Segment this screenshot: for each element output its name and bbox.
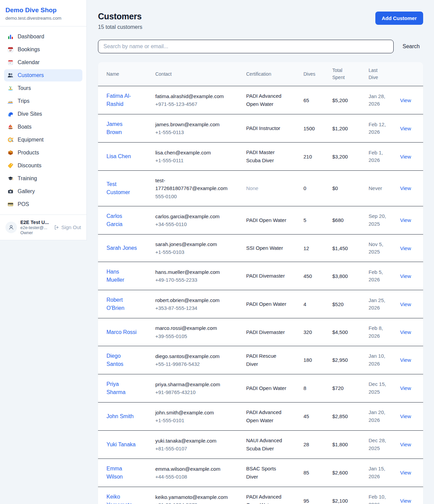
sidebar-item-tours[interactable]: Tours [4,82,82,94]
avatar [5,222,17,233]
view-customer-link[interactable]: View [400,185,411,191]
customer-certification: NAUI Advanced Scuba Diver [238,430,295,459]
customer-phone: +1-555-0111 [155,156,233,164]
customer-name-link[interactable]: Lisa Chen [106,152,131,161]
sidebar-item-calendar[interactable]: Calendar [4,56,82,69]
brand-name[interactable]: Demo Dive Shop [5,6,81,14]
add-customer-button[interactable]: Add Customer [375,12,423,25]
page-subtitle: 15 total customers [98,24,142,30]
sidebar-item-label: Dashboard [18,34,44,40]
view-customer-link[interactable]: View [400,385,411,391]
customer-name-link[interactable]: Test Customer [106,180,138,197]
sidebar-item-customers[interactable]: Customers [4,69,82,81]
view-customer-link[interactable]: View [400,154,411,160]
customer-certification: PADI Open Water [238,374,295,402]
sidebar-item-bookings[interactable]: 17Bookings [4,43,82,56]
customer-email: james.brown@example.com [155,120,233,128]
search-button[interactable]: Search [399,43,423,50]
sidebar-item-equipment[interactable]: Equipment [4,134,82,146]
customer-name-link[interactable]: Keiko Yamamoto [106,493,138,504]
customer-name-link[interactable]: Hans Mueller [106,268,138,284]
sidebar-item-dashboard[interactable]: Dashboard [4,31,82,43]
customer-name-link[interactable]: Marco Rossi [106,328,137,336]
view-customer-link[interactable]: View [400,470,411,475]
view-customer-link[interactable]: View [400,442,411,447]
view-customer-link[interactable]: View [400,413,411,419]
view-customer-link[interactable]: View [400,498,411,504]
search-input[interactable] [98,40,394,53]
customer-dives: 320 [295,318,324,346]
table-row: Hans Muellerhans.mueller@example.com+49-… [98,262,423,290]
customer-last-dive: Feb 12, 2026 [360,114,392,143]
customer-total-spent: $1,800 [324,430,360,459]
sign-out-button[interactable]: Sign Out [54,224,81,230]
view-customer-link[interactable]: View [400,301,411,307]
customer-email: keiko.yamamoto@example.com [155,493,233,501]
customer-email: yuki.tanaka@example.com [155,437,233,445]
table-row: Keiko Yamamotokeiko.yamamoto@example.com… [98,487,423,504]
sidebar-item-label: Products [18,150,39,156]
customer-total-spent: $720 [324,374,360,402]
customer-dives: 65 [295,86,324,114]
graduation-cap-icon [7,175,14,182]
customer-email: hans.mueller@example.com [155,268,233,276]
customer-name-link[interactable]: John Smith [106,412,134,421]
sidebar-item-discounts[interactable]: Discounts [4,160,82,172]
column-header-dives: Dives [295,62,324,86]
customer-name-link[interactable]: Yuki Tanaka [106,441,136,449]
view-customer-link[interactable]: View [400,245,411,251]
customer-dives: 12 [295,234,324,262]
customer-total-spent: $2,600 [324,459,360,487]
sidebar-item-products[interactable]: Products [4,147,82,159]
customer-phone: +1-555-0113 [155,128,233,136]
column-header-certification: Certification [238,62,295,86]
customer-total-spent: $2,850 [324,402,360,430]
customer-certification: PADI Advanced Open Water [238,86,295,114]
customer-name-link[interactable]: Priya Sharma [106,380,138,396]
sidebar-item-label: Training [18,175,37,182]
customer-last-dive: Feb 10, 2026 [360,487,392,504]
customer-phone: +49-170-555-2233 [155,276,233,284]
table-row: Yuki Tanakayuki.tanaka@example.com+81-55… [98,430,423,459]
view-customer-link[interactable]: View [400,126,411,131]
customer-name-link[interactable]: Sarah Jones [106,244,137,252]
view-customer-link[interactable]: View [400,273,411,279]
view-customer-link[interactable]: View [400,217,411,223]
sidebar-item-training[interactable]: Training [4,172,82,185]
table-row: Test Customertest-1772681807767@example.… [98,171,423,206]
customer-phone: +39-555-0105 [155,332,233,340]
customer-last-dive: Jan 25, 2026 [360,290,392,318]
customer-phone: +81-90-1234-5678 [155,501,233,504]
customer-certification: PADI Open Water [238,290,295,318]
customer-email: priya.sharma@example.com [155,380,233,388]
island-icon [7,85,14,91]
customer-name-link[interactable]: James Brown [106,120,138,136]
customer-last-dive: Feb 1, 2026 [360,143,392,171]
table-row: Carlos Garciacarlos.garcia@example.com+3… [98,206,423,234]
sidebar-item-label: Tours [18,85,31,91]
sidebar-item-label: Boats [18,124,32,130]
customer-phone: +55-11-99876-5432 [155,360,233,368]
customer-name-link[interactable]: Diego Santos [106,352,138,368]
view-customer-link[interactable]: View [400,329,411,335]
customer-total-spent: $0 [324,171,360,206]
customer-name-link[interactable]: Emma Wilson [106,465,138,481]
view-customer-link[interactable]: View [400,97,411,103]
customer-total-spent: $1,450 [324,234,360,262]
sidebar-item-dive-sites[interactable]: Dive Sites [4,108,82,120]
table-row: Diego Santosdiego.santos@example.com+55-… [98,346,423,374]
customer-name-link[interactable]: Fatima Al-Rashid [106,92,138,108]
customer-name-link[interactable]: Carlos Garcia [106,212,138,228]
customer-name-link[interactable]: Robert O'Brien [106,296,138,312]
sidebar: Demo Dive Shop demo.test.divestreams.com… [0,0,87,240]
svg-text:17: 17 [9,49,12,51]
sidebar-item-gallery[interactable]: Gallery [4,185,82,198]
sidebar-item-label: Trips [18,98,29,104]
view-customer-link[interactable]: View [400,357,411,363]
sidebar-item-boats[interactable]: Boats [4,121,82,133]
sidebar-item-pos[interactable]: POS [4,198,82,210]
column-header-name: Name [98,62,147,86]
sidebar-item-trips[interactable]: Trips [4,95,82,107]
bar-chart-icon [7,34,14,40]
customer-total-spent: $2,950 [324,346,360,374]
